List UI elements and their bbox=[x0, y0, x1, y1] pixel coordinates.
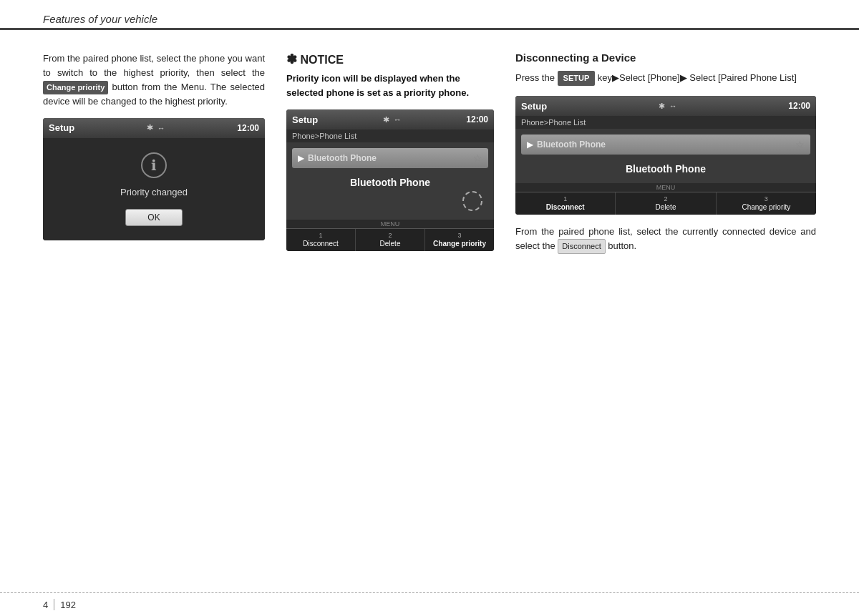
screen3-icons: ✱ ↔ bbox=[659, 102, 677, 111]
screen2-menu-delete[interactable]: 2 Delete bbox=[356, 229, 425, 251]
footer-page-sub: 192 bbox=[60, 600, 76, 610]
screen3-body: ▶ Bluetooth Phone ☆ Bluetooth Phone bbox=[515, 129, 816, 183]
screen3-icon2: ↔ bbox=[669, 102, 677, 110]
screen3-icon1: ✱ bbox=[659, 102, 665, 111]
screen2-title: Setup bbox=[292, 114, 318, 125]
screen3-menu-delete[interactable]: 2 Delete bbox=[616, 192, 716, 215]
footer-divider bbox=[54, 599, 54, 610]
screen2-phone-name-large: Bluetooth Phone bbox=[292, 171, 488, 191]
footer-page-num: 4 bbox=[43, 600, 48, 610]
screen3-menu-change-priority[interactable]: 3 Change priority bbox=[717, 192, 816, 215]
screen2-time: 12:00 bbox=[466, 114, 488, 124]
info-icon: ℹ bbox=[141, 152, 167, 178]
screen3-phone-item-selected[interactable]: ▶ Bluetooth Phone ☆ bbox=[521, 135, 810, 155]
screen2-menu-bar: 1 Disconnect 2 Delete 3 Change priority bbox=[286, 228, 494, 251]
screen3-breadcrumb: Phone>Phone List bbox=[515, 116, 816, 129]
right-body-text-1: Press the SETUP key▶Select [Phone]▶ Sele… bbox=[515, 71, 816, 86]
right-column: Disconnecting a Device Press the SETUP k… bbox=[515, 52, 816, 263]
screen3-star-icon: ☆ bbox=[795, 139, 805, 150]
disconnect-inline-btn[interactable]: Disconnect bbox=[558, 239, 605, 254]
phone-list-screen-2: Setup ✱ ↔ 12:00 Phone>Phone List ▶ Bluet… bbox=[515, 96, 816, 215]
phone-list-screen: Setup ✱ ↔ 12:00 Phone>Phone List ▶ Bluet… bbox=[286, 109, 494, 251]
priority-changed-screen: Setup ✱ ↔ 12:00 ℹ Priority changed OK bbox=[43, 118, 265, 240]
screen3-title: Setup bbox=[521, 101, 547, 112]
page-footer: 4 192 bbox=[0, 592, 859, 616]
notice-star: ✽ bbox=[286, 52, 297, 67]
notice-text: Priority icon will be displayed when the… bbox=[286, 72, 494, 99]
screen3-phone-name: Bluetooth Phone bbox=[537, 140, 606, 150]
right-body-text-2: From the paired phone list, select the c… bbox=[515, 225, 816, 254]
screen2-icon2: ↔ bbox=[394, 115, 402, 124]
disconnecting-title: Disconnecting a Device bbox=[515, 52, 816, 64]
screen3-menu-label: MENU bbox=[515, 183, 816, 192]
screen3-topbar: Setup ✱ ↔ 12:00 bbox=[515, 96, 816, 116]
screen1-icon1: ✱ bbox=[147, 123, 153, 132]
screen2-topbar: Setup ✱ ↔ 12:00 bbox=[286, 109, 494, 129]
screen3-time: 12:00 bbox=[788, 101, 810, 111]
notice-title: ✽ NOTICE bbox=[286, 52, 494, 67]
priority-changed-text: Priority changed bbox=[120, 187, 188, 197]
star-icon: ☆ bbox=[473, 152, 482, 164]
page-header: Features of your vehicle bbox=[0, 0, 859, 30]
circle-dashed-icon bbox=[462, 191, 482, 211]
screen2-icons: ✱ ↔ bbox=[383, 115, 402, 124]
screen3-menu-bar: 1 Disconnect 2 Delete 3 Change priority bbox=[515, 192, 816, 215]
screen2-breadcrumb: Phone>Phone List bbox=[286, 129, 494, 142]
change-priority-inline-btn[interactable]: Change priority bbox=[43, 81, 108, 94]
screen2-icon1: ✱ bbox=[383, 115, 389, 124]
ok-button[interactable]: OK bbox=[125, 209, 182, 226]
notice-box: ✽ NOTICE Priority icon will be displayed… bbox=[286, 52, 494, 99]
left-body-text: From the paired phone list, select the p… bbox=[43, 52, 265, 109]
screen2-menu-disconnect[interactable]: 1 Disconnect bbox=[286, 229, 356, 251]
screen1-topbar: Setup ✱ ↔ 12:00 bbox=[43, 118, 265, 138]
screen2-indicator bbox=[292, 191, 488, 211]
screen3-phone-name-large: Bluetooth Phone bbox=[521, 157, 810, 177]
screen1-time: 12:00 bbox=[237, 123, 259, 133]
screen2-phone-item-selected[interactable]: ▶ Bluetooth Phone ☆ bbox=[292, 148, 488, 168]
screen2-menu-label: MENU bbox=[286, 220, 494, 228]
setup-key-inline[interactable]: SETUP bbox=[558, 71, 596, 86]
screen2-phone-name: Bluetooth Phone bbox=[308, 153, 377, 163]
content-area: From the paired phone list, select the p… bbox=[0, 44, 859, 263]
screen3-menu-disconnect[interactable]: 1 Disconnect bbox=[515, 192, 616, 215]
screen1-title: Setup bbox=[49, 122, 74, 133]
screen1-icons: ✱ ↔ bbox=[147, 123, 165, 132]
left-column: From the paired phone list, select the p… bbox=[43, 52, 265, 263]
screen1-icon2: ↔ bbox=[157, 124, 165, 132]
middle-column: ✽ NOTICE Priority icon will be displayed… bbox=[286, 52, 494, 263]
header-title: Features of your vehicle bbox=[43, 13, 157, 25]
screen2-body: ▶ Bluetooth Phone ☆ Bluetooth Phone bbox=[286, 142, 494, 220]
screen2-menu-change-priority[interactable]: 3 Change priority bbox=[425, 229, 494, 251]
screen1-body: ℹ Priority changed OK bbox=[43, 138, 265, 240]
